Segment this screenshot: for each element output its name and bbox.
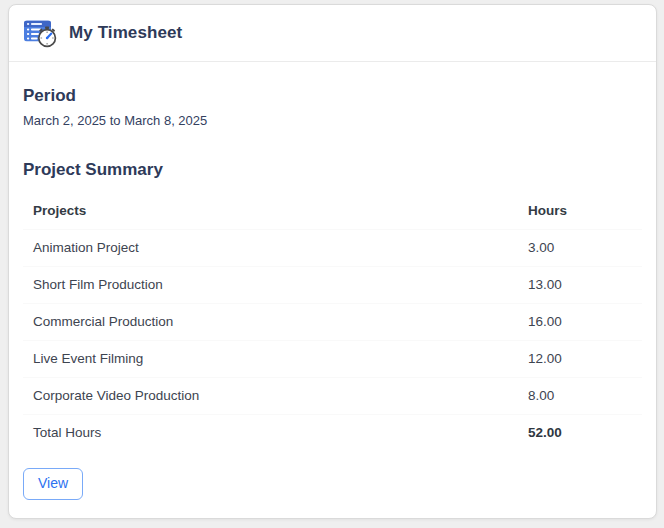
project-name: Commercial Production: [23, 304, 518, 341]
table-row: Corporate Video Production 8.00: [23, 378, 642, 415]
project-hours: 13.00: [518, 267, 642, 304]
period-range: March 2, 2025 to March 8, 2025: [23, 113, 642, 129]
project-hours: 12.00: [518, 341, 642, 378]
project-hours: 3.00: [518, 230, 642, 267]
project-name: Corporate Video Production: [23, 378, 518, 415]
project-hours: 8.00: [518, 378, 642, 415]
table-row: Live Event Filming 12.00: [23, 341, 642, 378]
table-row: Short Film Production 13.00: [23, 267, 642, 304]
project-name: Short Film Production: [23, 267, 518, 304]
view-button[interactable]: View: [23, 468, 83, 500]
my-timesheet-card: My Timesheet Period March 2, 2025 to Mar…: [8, 4, 657, 519]
card-title: My Timesheet: [69, 23, 182, 43]
project-summary-table: Projects Hours Animation Project 3.00 Sh…: [23, 193, 642, 451]
table-row: Animation Project 3.00: [23, 230, 642, 267]
timesheet-stopwatch-icon: [23, 18, 59, 50]
project-name: Animation Project: [23, 230, 518, 267]
table-row: Commercial Production 16.00: [23, 304, 642, 341]
card-body: Period March 2, 2025 to March 8, 2025 Pr…: [9, 86, 656, 500]
project-name: Live Event Filming: [23, 341, 518, 378]
project-hours: 16.00: [518, 304, 642, 341]
period-heading: Period: [23, 86, 642, 106]
total-row: Total Hours 52.00: [23, 415, 642, 452]
total-label: Total Hours: [23, 415, 518, 452]
table-header-row: Projects Hours: [23, 193, 642, 230]
card-header: My Timesheet: [9, 5, 656, 62]
project-summary-heading: Project Summary: [23, 160, 642, 180]
total-hours-value: 52.00: [518, 415, 642, 452]
column-header-projects: Projects: [23, 193, 518, 230]
column-header-hours: Hours: [518, 193, 642, 230]
